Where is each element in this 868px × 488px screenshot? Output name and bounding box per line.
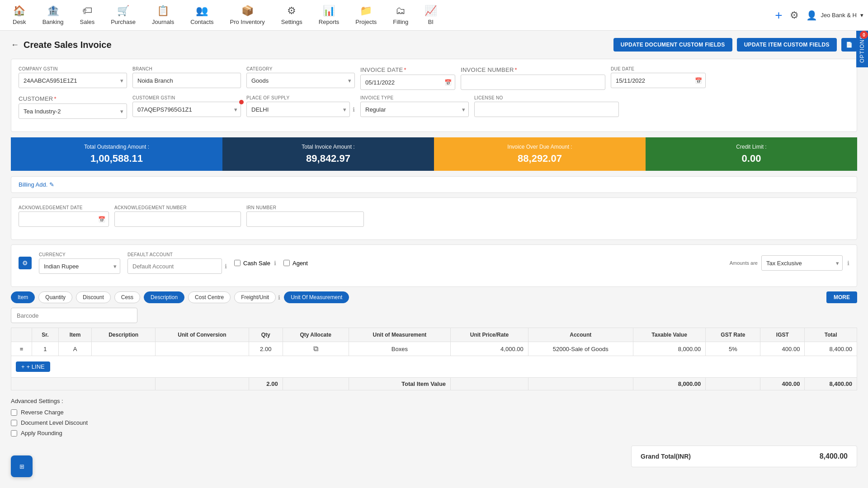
row-unit-measurement[interactable]: Boxes xyxy=(349,342,450,356)
nav-label-purchase: Purchase xyxy=(111,19,136,25)
currency-settings-button[interactable]: ⚙ xyxy=(19,257,32,269)
stat-cards: Total Outstanding Amount : 1,00,588.11 T… xyxy=(11,137,857,171)
nav-label-desk: Desk xyxy=(13,19,26,25)
nav-label-bi: BI xyxy=(428,19,434,25)
invoice-type-select[interactable]: Regular xyxy=(360,102,469,117)
customer-gstin-select[interactable]: 07AQEPS7965G1Z1 xyxy=(132,102,241,117)
place-of-supply-select[interactable]: DELHI xyxy=(246,102,350,117)
form-row-1: Company GSTIN 24AABCA5951E1Z1 Branch Cat… xyxy=(19,66,849,90)
nav-item-reports[interactable]: 📊 Reports xyxy=(311,2,348,28)
add-line-row: + + LINE xyxy=(11,356,857,378)
billing-address-link[interactable]: Billing Add. ✎ xyxy=(19,181,849,188)
tab-description[interactable]: Description xyxy=(144,291,184,303)
reports-icon: 📊 xyxy=(323,5,335,17)
row-gst-rate[interactable]: 5% xyxy=(706,342,760,356)
row-unit-conversion[interactable] xyxy=(155,342,249,356)
due-date-input[interactable] xyxy=(611,73,706,88)
document-level-discount-checkbox[interactable] xyxy=(11,420,17,426)
invoice-date-input[interactable] xyxy=(360,75,455,90)
update-item-custom-fields-button[interactable]: UPDATE ITEM CUSTOM FIELDS xyxy=(737,38,837,52)
tab-item[interactable]: Item xyxy=(11,291,35,303)
ack-number-group: Acknowledgement Number xyxy=(114,205,241,227)
top-navigation: 🏠 Desk 🏦 Banking 🏷 Sales 🛒 Purchase 📋 Jo… xyxy=(0,0,868,31)
update-doc-custom-fields-button[interactable]: UPDATE DOCUMENT CUSTOM FIELDS xyxy=(613,38,732,52)
nav-item-pro-inventory[interactable]: 📦 Pro Inventory xyxy=(222,2,273,28)
row-description[interactable] xyxy=(92,342,155,356)
cash-sale-info-icon[interactable]: ℹ xyxy=(274,260,276,267)
branch-input[interactable] xyxy=(132,73,241,88)
th-unit-price: Unit Price/Rate xyxy=(451,328,528,342)
fab-menu-button[interactable]: ⊞ xyxy=(11,455,33,477)
company-gstin-select[interactable]: 24AABCA5951E1Z1 xyxy=(19,73,127,88)
currency-select[interactable]: Indian Rupee xyxy=(39,258,120,274)
nav-item-contacts[interactable]: 👥 Contacts xyxy=(182,2,222,28)
tab-quantity[interactable]: Quantity xyxy=(38,291,72,303)
total-account-empty xyxy=(528,378,633,390)
freight-unit-info-icon[interactable]: ℹ xyxy=(278,294,280,301)
amounts-are-info-icon[interactable]: ℹ xyxy=(847,260,849,267)
ack-number-input[interactable] xyxy=(114,211,241,227)
barcode-input[interactable] xyxy=(11,308,137,323)
company-gstin-select-wrapper: 24AABCA5951E1Z1 xyxy=(19,73,127,88)
nav-item-journals[interactable]: 📋 Journals xyxy=(144,2,182,28)
nav-label-sales: Sales xyxy=(80,19,95,25)
nav-item-desk[interactable]: 🏠 Desk xyxy=(5,2,34,28)
more-columns-button[interactable]: MORE xyxy=(826,291,857,303)
agent-checkbox[interactable] xyxy=(283,260,290,266)
nav-item-banking[interactable]: 🏦 Banking xyxy=(34,2,72,28)
default-account-info-icon[interactable]: ℹ xyxy=(225,263,227,270)
default-account-input[interactable] xyxy=(127,258,222,274)
user-avatar-icon: 👤 xyxy=(806,10,817,21)
nav-item-sales[interactable]: 🏷 Sales xyxy=(72,2,103,28)
nav-item-settings[interactable]: ⚙ Settings xyxy=(273,2,311,28)
invoice-number-input[interactable] xyxy=(461,75,605,90)
invoice-date-calendar-icon[interactable]: 📅 xyxy=(444,79,452,86)
settings-gear-icon[interactable]: ⚙ xyxy=(790,9,799,21)
row-qty[interactable]: 2.00 xyxy=(249,342,283,356)
tab-freight-unit[interactable]: Freight/Unit xyxy=(234,291,276,303)
category-select[interactable]: Goods xyxy=(246,73,355,88)
th-unit-measurement: Unit of Measurement xyxy=(349,328,450,342)
nav-item-purchase[interactable]: 🛒 Purchase xyxy=(103,2,144,28)
amounts-are-select-wrapper: Tax Exclusive xyxy=(761,255,843,271)
row-drag-handle[interactable]: ≡ xyxy=(11,342,32,356)
tab-unit-of-measurement[interactable]: Unit Of Measurement xyxy=(284,291,349,303)
ack-date-input[interactable] xyxy=(19,211,109,227)
tab-discount[interactable]: Discount xyxy=(76,291,111,303)
row-qty-allocate[interactable]: ⧉ xyxy=(283,342,349,356)
due-date-calendar-icon[interactable]: 📅 xyxy=(695,77,702,84)
nav-item-projects[interactable]: 📁 Projects xyxy=(347,2,385,28)
nav-item-bi[interactable]: 📈 BI xyxy=(416,2,445,28)
ack-number-label: Acknowledgement Number xyxy=(114,205,241,210)
fab-grid-icon: ⊞ xyxy=(19,463,24,470)
row-unit-price[interactable]: 4,000.00 xyxy=(451,342,528,356)
customer-select[interactable]: Tea Industry-2 xyxy=(19,103,127,119)
license-no-input[interactable] xyxy=(474,102,619,117)
irn-number-input[interactable] xyxy=(246,211,364,227)
add-line-button[interactable]: + + LINE xyxy=(16,361,50,372)
amounts-are-select[interactable]: Tax Exclusive xyxy=(761,255,843,271)
table-header: Sr. Item Description Unit of Conversion … xyxy=(11,328,857,342)
cash-sale-checkbox[interactable] xyxy=(234,260,241,266)
row-account[interactable]: 52000-Sale of Goods xyxy=(528,342,633,356)
place-of-supply-info-icon[interactable]: ℹ xyxy=(353,106,355,113)
ack-date-calendar-icon[interactable]: 📅 xyxy=(98,216,105,223)
tab-cess[interactable]: Cess xyxy=(114,291,140,303)
tab-cost-centre[interactable]: Cost Centre xyxy=(188,291,231,303)
credit-limit-value: 0.00 xyxy=(655,153,848,164)
user-menu[interactable]: 👤 Jeo Bank & H ▾ xyxy=(806,10,864,21)
nav-item-filling[interactable]: 🗂 Filling xyxy=(385,2,416,28)
row-item[interactable]: A xyxy=(58,342,92,356)
reverse-charge-checkbox[interactable] xyxy=(11,409,17,416)
place-of-supply-label: Place of Supply xyxy=(246,95,355,100)
add-button[interactable]: + xyxy=(775,8,782,23)
total-label: Total Item Value xyxy=(349,378,450,390)
company-gstin-group: Company GSTIN 24AABCA5951E1Z1 xyxy=(19,66,127,90)
back-button[interactable]: ← xyxy=(11,40,19,50)
outstanding-amount-label: Total Outstanding Amount : xyxy=(20,144,213,150)
agent-group: Agent xyxy=(283,260,308,267)
qty-allocate-icon[interactable]: ⧉ xyxy=(313,345,318,352)
customer-gstin-label: Customer GSTIN xyxy=(132,95,241,100)
document-icon-button[interactable]: 📄 xyxy=(841,38,857,52)
apply-rounding-checkbox[interactable] xyxy=(11,430,17,436)
